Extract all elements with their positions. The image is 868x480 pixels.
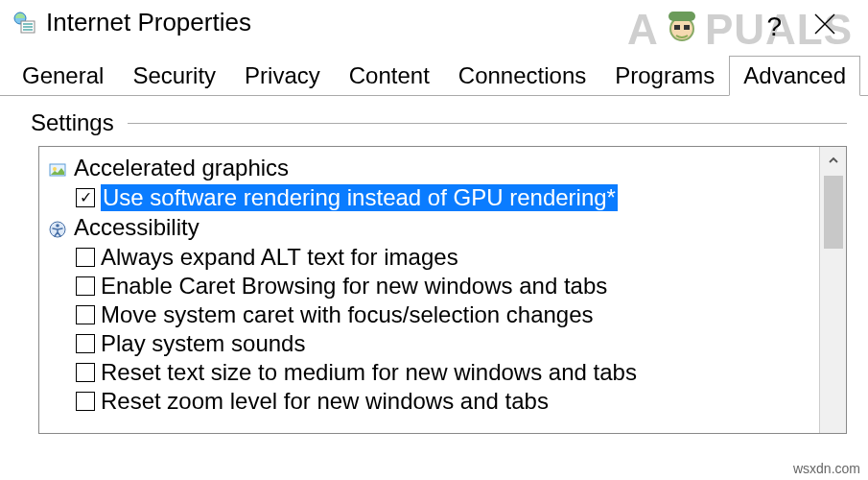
setting-use-software-rendering[interactable]: Use software rendering instead of GPU re… (45, 183, 813, 212)
tab-general[interactable]: General (8, 56, 118, 96)
settings-tree: Accelerated graphics Use software render… (38, 146, 847, 434)
accessibility-icon (49, 219, 66, 236)
titlebar: Internet Properties ? (0, 0, 868, 51)
setting-label: Enable Caret Browsing for new windows an… (101, 273, 607, 300)
window-title: Internet Properties (46, 8, 251, 37)
svg-point-14 (56, 224, 59, 228)
checkbox-icon (76, 248, 95, 267)
setting-label: Use software rendering instead of GPU re… (101, 184, 618, 211)
svg-point-12 (53, 167, 57, 171)
chevron-up-icon (827, 154, 840, 167)
checkbox-icon (76, 392, 95, 411)
setting-play-system-sounds[interactable]: Play system sounds (45, 329, 813, 358)
tab-connections[interactable]: Connections (444, 56, 600, 96)
tab-advanced[interactable]: Advanced (729, 56, 860, 96)
checkbox-icon (76, 363, 95, 382)
close-icon (810, 10, 839, 38)
section-label: Accessibility (74, 214, 199, 241)
help-button[interactable]: ? (766, 12, 782, 42)
setting-move-system-caret[interactable]: Move system caret with focus/selection c… (45, 300, 813, 329)
scrollbar[interactable] (819, 147, 846, 433)
section-label: Accelerated graphics (74, 155, 289, 181)
setting-label: Play system sounds (101, 330, 305, 357)
internet-options-icon (13, 12, 36, 35)
checkbox-icon (76, 188, 95, 207)
settings-tree-inner: Accelerated graphics Use software render… (39, 147, 819, 433)
setting-label: Move system caret with focus/selection c… (101, 301, 594, 328)
settings-group-label: Settings (31, 109, 114, 136)
scroll-up-button[interactable] (820, 147, 846, 174)
section-accessibility: Accessibility (45, 212, 813, 243)
tab-security[interactable]: Security (118, 56, 230, 96)
setting-reset-zoom-level[interactable]: Reset zoom level for new windows and tab… (45, 387, 813, 416)
settings-group-header: Settings (31, 109, 847, 136)
setting-reset-text-size[interactable]: Reset text size to medium for new window… (45, 358, 813, 387)
section-accelerated-graphics: Accelerated graphics (45, 153, 813, 183)
tab-bar: General Security Privacy Content Connect… (0, 55, 868, 96)
tab-programs[interactable]: Programs (600, 56, 729, 96)
tab-panel-advanced: Settings Accelerated graphics Use softwa… (0, 96, 868, 434)
tab-content[interactable]: Content (335, 56, 444, 96)
setting-expand-alt-text[interactable]: Always expand ALT text for images (45, 243, 813, 272)
close-button[interactable] (810, 10, 839, 44)
setting-enable-caret-browsing[interactable]: Enable Caret Browsing for new windows an… (45, 272, 813, 300)
setting-label: Always expand ALT text for images (101, 244, 458, 271)
setting-label: Reset zoom level for new windows and tab… (101, 388, 549, 415)
setting-label: Reset text size to medium for new window… (101, 359, 637, 386)
source-tag: wsxdn.com (793, 461, 860, 476)
checkbox-icon (76, 305, 95, 324)
divider (128, 123, 847, 124)
checkbox-icon (76, 334, 95, 353)
graphics-icon (49, 159, 66, 177)
scroll-thumb[interactable] (824, 176, 843, 249)
checkbox-icon (76, 276, 95, 296)
tab-privacy[interactable]: Privacy (230, 56, 335, 96)
